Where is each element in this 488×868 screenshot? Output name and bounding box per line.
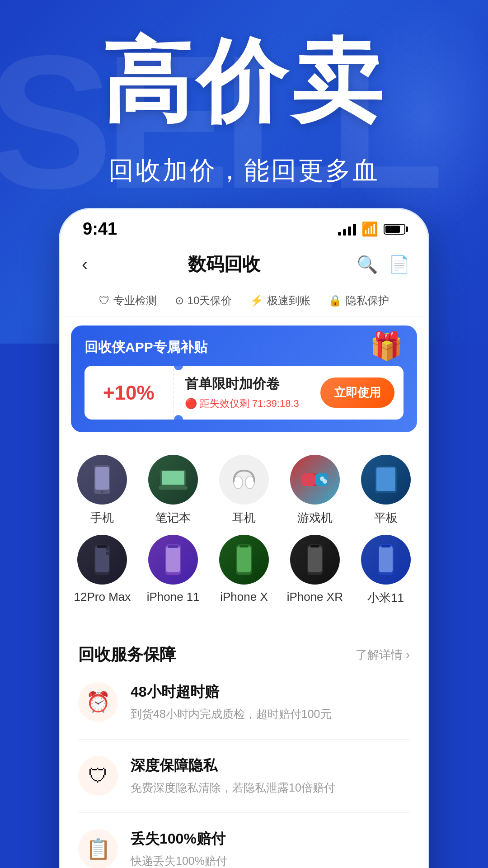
category-iphonexr[interactable]: iPhone XR xyxy=(282,535,348,606)
feature-label-fast: 极速到账 xyxy=(267,293,310,308)
feature-label-price: 10天保价 xyxy=(188,293,232,308)
service-item-desc-overtime: 到货48小时内完成质检，超时赔付100元 xyxy=(131,706,410,723)
svg-point-15 xyxy=(385,491,387,493)
nav-action-icons: 🔍 📄 xyxy=(357,255,410,274)
svg-rect-29 xyxy=(310,545,319,547)
svg-rect-28 xyxy=(308,546,322,572)
status-bar: 9:41 📶 xyxy=(60,209,428,243)
nav-bar: ‹ 数码回收 🔍 📄 xyxy=(60,243,428,287)
clock-icon: ⏰ xyxy=(86,690,111,714)
battery-icon xyxy=(384,224,405,235)
category-laptop-label: 笔记本 xyxy=(155,510,191,526)
lock-icon: 🔒 xyxy=(328,294,342,307)
category-phone-img xyxy=(77,455,127,505)
timer-value: 71:39:18.3 xyxy=(252,398,299,410)
svg-point-2 xyxy=(101,491,103,493)
category-headphone-label: 耳机 xyxy=(232,510,256,526)
hero-title: 高价卖 xyxy=(0,36,488,127)
service-item-title-overtime: 48小时超时赔 xyxy=(131,682,410,702)
svg-rect-32 xyxy=(381,545,390,547)
svg-point-20 xyxy=(106,552,109,555)
feature-bar: 🛡 专业检测 ⊙ 10天保价 ⚡ 极速到账 🔒 隐私保护 xyxy=(60,287,428,316)
category-laptop[interactable]: 笔记本 xyxy=(140,455,206,526)
feature-privacy: 🔒 隐私保护 xyxy=(328,293,389,308)
category-12promax-img xyxy=(77,535,127,585)
svg-rect-31 xyxy=(379,546,393,572)
feature-price-guarantee: ⊙ 10天保价 xyxy=(175,293,232,308)
document-check-icon: 📋 xyxy=(86,837,111,861)
yuan-icon: ⊙ xyxy=(175,294,184,307)
coupon-title: 首单限时加价卷 xyxy=(185,375,310,393)
signal-icon xyxy=(338,223,356,236)
category-iphone11-img xyxy=(148,535,198,585)
coupon-card: +10% 首单限时加价卷 🔴 距失效仅剩 71:39:18.3 立即使用 xyxy=(84,366,404,420)
service-item-desc-privacy: 免费深度隐私清除，若隐私泄露10倍赔付 xyxy=(131,779,410,797)
svg-point-12 xyxy=(323,479,327,484)
svg-point-19 xyxy=(106,547,109,551)
svg-rect-26 xyxy=(239,545,249,547)
service-item-title-lost: 丢失100%赔付 xyxy=(131,829,410,849)
nav-title: 数码回收 xyxy=(91,252,357,277)
category-xiaomi11-img xyxy=(361,535,411,585)
category-12promax-label: 12Pro Max xyxy=(74,590,131,604)
status-time: 9:41 xyxy=(83,219,117,239)
category-grid: 手机 笔记本 xyxy=(69,455,419,606)
category-tablet-img xyxy=(361,455,411,505)
status-icons: 📶 xyxy=(338,221,405,237)
coupon-banner: 🎁 回收侠APP专属补贴 +10% 首单限时加价卷 🔴 距失效仅剩 71:39:… xyxy=(71,326,417,432)
category-iphone11-label: iPhone 11 xyxy=(147,590,200,604)
timer-prefix: 🔴 距失效仅剩 xyxy=(185,397,249,410)
feature-professional: 🛡 专业检测 xyxy=(99,293,157,308)
coupon-banner-title: 回收侠APP专属补贴 xyxy=(84,338,404,357)
phone-mockup: 9:41 📶 ‹ 数码回收 🔍 📄 🛡 专业检测 xyxy=(59,208,429,868)
feature-label-professional: 专业检测 xyxy=(113,293,157,308)
svg-rect-14 xyxy=(376,467,395,491)
service-text-overtime: 48小时超时赔 到货48小时内完成质检，超时赔付100元 xyxy=(131,682,410,723)
service-title: 回收服务保障 xyxy=(78,644,176,666)
lost-icon-wrap: 📋 xyxy=(78,829,118,868)
category-game-label: 游戏机 xyxy=(297,510,333,526)
category-game[interactable]: 游戏机 xyxy=(282,455,348,526)
category-phone[interactable]: 手机 xyxy=(69,455,136,526)
service-item-privacy: 🛡 深度保障隐私 免费深度隐私清除，若隐私泄露10倍赔付 xyxy=(78,756,410,797)
overtime-icon-wrap: ⏰ xyxy=(78,682,118,722)
svg-rect-4 xyxy=(162,471,184,485)
category-iphonexr-label: iPhone XR xyxy=(287,590,343,604)
back-button[interactable]: ‹ xyxy=(78,250,91,278)
category-headphone[interactable]: 耳机 xyxy=(211,455,277,526)
svg-rect-23 xyxy=(168,545,178,548)
coupon-timer: 🔴 距失效仅剩 71:39:18.3 xyxy=(185,397,310,410)
category-12promax[interactable]: 12Pro Max xyxy=(69,535,136,606)
service-detail-link[interactable]: 了解详情 › xyxy=(356,647,410,663)
privacy-icon-wrap: 🛡 xyxy=(78,756,118,796)
search-icon[interactable]: 🔍 xyxy=(357,255,378,274)
use-coupon-button[interactable]: 立即使用 xyxy=(320,377,394,408)
svg-rect-18 xyxy=(97,545,108,548)
gift-icon: 🎁 xyxy=(370,330,404,362)
category-headphone-img xyxy=(219,455,269,505)
category-iphonexr-img xyxy=(290,535,340,585)
coupon-percent-value: +10% xyxy=(103,382,155,404)
category-laptop-img xyxy=(148,455,198,505)
svg-rect-9 xyxy=(301,473,315,486)
service-section: 回收服务保障 了解详情 › ⏰ 48小时超时赔 到货48小时内完成质检，超时赔付… xyxy=(60,627,428,868)
service-text-privacy: 深度保障隐私 免费深度隐私清除，若隐私泄露10倍赔付 xyxy=(131,756,410,797)
service-item-lost: 📋 丢失100%赔付 快递丢失100%赔付 xyxy=(78,829,410,868)
coupon-percent-section: +10% xyxy=(84,368,174,418)
category-iphonex[interactable]: iPhone X xyxy=(211,535,277,606)
document-icon[interactable]: 📄 xyxy=(389,255,410,274)
category-iphone11[interactable]: iPhone 11 xyxy=(140,535,206,606)
category-tablet-label: 平板 xyxy=(374,510,398,526)
feature-label-privacy: 隐私保护 xyxy=(346,293,389,308)
category-xiaomi11[interactable]: 小米11 xyxy=(352,535,419,606)
category-phone-label: 手机 xyxy=(90,510,114,526)
category-game-img xyxy=(290,455,340,505)
lightning-icon: ⚡ xyxy=(250,294,263,307)
category-tablet[interactable]: 平板 xyxy=(352,455,419,526)
category-iphonex-label: iPhone X xyxy=(220,590,268,604)
feature-fast-payment: ⚡ 极速到账 xyxy=(250,293,310,308)
service-text-lost: 丢失100%赔付 快递丢失100%赔付 xyxy=(131,829,410,868)
privacy-shield-icon: 🛡 xyxy=(88,764,108,787)
svg-rect-1 xyxy=(95,467,109,490)
category-section: 手机 笔记本 xyxy=(60,441,428,619)
